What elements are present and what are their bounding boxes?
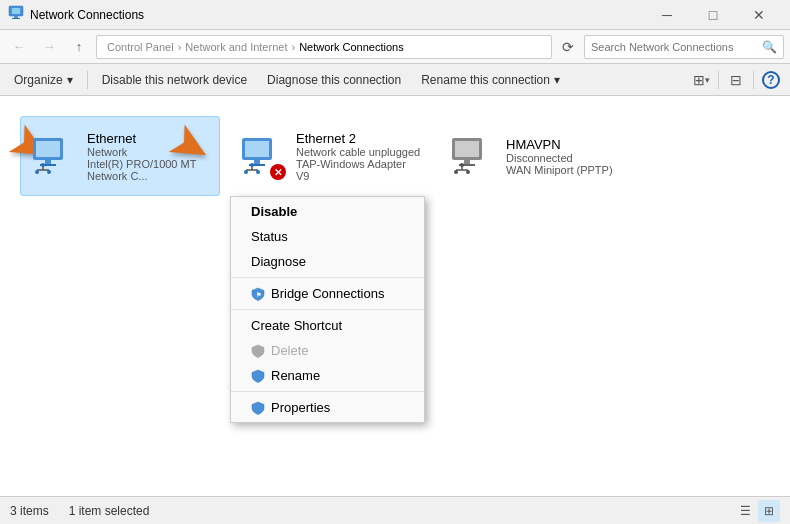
ethernet2-icon: ✕ bbox=[238, 132, 286, 180]
context-menu-item-properties[interactable]: Properties bbox=[231, 395, 424, 420]
status-grid-view-button[interactable]: ⊞ bbox=[758, 500, 780, 522]
svg-point-21 bbox=[250, 163, 254, 167]
shortcut-menu-label: Create Shortcut bbox=[251, 318, 342, 333]
item-count: 3 items bbox=[10, 504, 49, 518]
toolbar-separator-1 bbox=[87, 71, 88, 89]
svg-rect-3 bbox=[12, 18, 20, 19]
network-item-ethernet[interactable]: Ethernet Network Intel(R) PRO/1000 MT Ne… bbox=[20, 116, 220, 196]
help-button[interactable]: ? bbox=[758, 67, 784, 93]
item-selected: 1 item selected bbox=[69, 504, 150, 518]
path-current: Network Connections bbox=[299, 41, 404, 53]
maximize-button[interactable]: □ bbox=[690, 0, 736, 30]
main-content: ➤ ➤ Ethernet Network bbox=[0, 96, 790, 496]
organize-button[interactable]: Organize ▾ bbox=[6, 67, 81, 93]
svg-rect-2 bbox=[14, 16, 18, 18]
ethernet2-type: Network cable unplugged bbox=[296, 146, 422, 158]
ethernet2-info: Ethernet 2 Network cable unplugged TAP-W… bbox=[296, 131, 422, 182]
view-options-button[interactable]: ⊞ ▾ bbox=[688, 67, 714, 93]
svg-rect-6 bbox=[45, 160, 51, 164]
view-arrow-icon: ▾ bbox=[705, 75, 710, 85]
close-button[interactable]: ✕ bbox=[736, 0, 782, 30]
window-controls: ─ □ ✕ bbox=[644, 0, 782, 30]
ethernet2-name: Ethernet 2 bbox=[296, 131, 422, 146]
rename-menu-label: Rename bbox=[271, 368, 320, 383]
hmavpn-info: HMAVPN Disconnected WAN Miniport (PPTP) bbox=[506, 137, 632, 176]
context-menu-sep-2 bbox=[231, 309, 424, 310]
title-bar: Network Connections ─ □ ✕ bbox=[0, 0, 790, 30]
context-menu-item-bridge[interactable]: ⚑ Bridge Connections bbox=[231, 281, 424, 306]
context-menu-sep-1 bbox=[231, 277, 424, 278]
ethernet-info: Ethernet Network Intel(R) PRO/1000 MT Ne… bbox=[87, 131, 211, 182]
svg-point-20 bbox=[256, 170, 260, 174]
context-menu-item-rename[interactable]: Rename bbox=[231, 363, 424, 388]
network-item-ethernet2[interactable]: ✕ Ethernet 2 Network cable unplugged TAP… bbox=[230, 116, 430, 196]
svg-point-19 bbox=[244, 170, 248, 174]
back-button[interactable]: ← bbox=[6, 34, 32, 60]
svg-rect-14 bbox=[245, 141, 269, 157]
window-icon bbox=[8, 5, 24, 24]
context-menu: Disable Status Diagnose ⚑ Bridge Connect… bbox=[230, 196, 425, 423]
path-sep2: › bbox=[291, 41, 295, 53]
ethernet-icon bbox=[29, 132, 77, 180]
context-menu-item-status[interactable]: Status bbox=[231, 224, 424, 249]
view-icon: ⊞ bbox=[693, 72, 705, 88]
toolbar: Organize ▾ Disable this network device D… bbox=[0, 64, 790, 96]
hmavpn-icon bbox=[448, 132, 496, 180]
network-item-hmavpn[interactable]: HMAVPN Disconnected WAN Miniport (PPTP) bbox=[440, 116, 640, 196]
help-icon: ? bbox=[762, 71, 780, 89]
ethernet-adapter: Intel(R) PRO/1000 MT Network C... bbox=[87, 158, 211, 182]
context-menu-item-delete[interactable]: Delete bbox=[231, 338, 424, 363]
svg-point-29 bbox=[466, 170, 470, 174]
search-input[interactable] bbox=[591, 41, 758, 53]
delete-menu-label: Delete bbox=[271, 343, 309, 358]
view-toggle-icon: ⊟ bbox=[730, 72, 742, 88]
forward-button[interactable]: → bbox=[36, 34, 62, 60]
context-menu-item-diagnose[interactable]: Diagnose bbox=[231, 249, 424, 274]
rename-shield-icon bbox=[251, 369, 265, 383]
svg-point-11 bbox=[47, 170, 51, 174]
svg-point-10 bbox=[35, 170, 39, 174]
path-sep1: › bbox=[178, 41, 182, 53]
status-menu-label: Status bbox=[251, 229, 288, 244]
toolbar-right: ⊞ ▾ ⊟ ? bbox=[688, 67, 784, 93]
search-box[interactable]: 🔍 bbox=[584, 35, 784, 59]
refresh-button[interactable]: ⟳ bbox=[556, 35, 580, 59]
bridge-menu-label: Bridge Connections bbox=[271, 286, 384, 301]
ethernet-type: Network bbox=[87, 146, 211, 158]
view-toggle-button[interactable]: ⊟ bbox=[723, 67, 749, 93]
context-menu-sep-3 bbox=[231, 391, 424, 392]
file-area: ➤ ➤ Ethernet Network bbox=[0, 96, 790, 496]
svg-rect-24 bbox=[464, 160, 470, 164]
organize-label: Organize bbox=[14, 73, 63, 87]
bridge-shield-icon: ⚑ bbox=[251, 287, 265, 301]
disable-button[interactable]: Disable this network device bbox=[94, 67, 255, 93]
svg-point-30 bbox=[460, 163, 464, 167]
toolbar-separator-3 bbox=[753, 71, 754, 89]
context-menu-item-shortcut[interactable]: Create Shortcut bbox=[231, 313, 424, 338]
rename-label: Rename this connection bbox=[421, 73, 550, 87]
delete-shield-icon bbox=[251, 344, 265, 358]
rename-arrow: ▾ bbox=[554, 73, 560, 87]
disable-menu-label: Disable bbox=[251, 204, 297, 219]
rename-button[interactable]: Rename this connection ▾ bbox=[413, 67, 568, 93]
context-menu-item-disable[interactable]: Disable bbox=[231, 199, 424, 224]
svg-rect-1 bbox=[12, 8, 20, 14]
svg-point-12 bbox=[41, 163, 45, 167]
status-bar-right: ☰ ⊞ bbox=[734, 500, 780, 522]
diagnose-label: Diagnose this connection bbox=[267, 73, 401, 87]
diagnose-button[interactable]: Diagnose this connection bbox=[259, 67, 409, 93]
properties-shield-icon bbox=[251, 401, 265, 415]
window-title: Network Connections bbox=[30, 8, 644, 22]
address-path[interactable]: Control Panel › Network and Internet › N… bbox=[96, 35, 552, 59]
hmavpn-type: Disconnected bbox=[506, 152, 632, 164]
path-part1: Control Panel bbox=[107, 41, 174, 53]
up-button[interactable]: ↑ bbox=[66, 34, 92, 60]
ethernet-name: Ethernet bbox=[87, 131, 211, 146]
diagnose-menu-label: Diagnose bbox=[251, 254, 306, 269]
ethernet2-adapter: TAP-Windows Adapter V9 bbox=[296, 158, 422, 182]
svg-rect-23 bbox=[455, 141, 479, 157]
status-list-view-button[interactable]: ☰ bbox=[734, 500, 756, 522]
status-bar: 3 items 1 item selected ☰ ⊞ bbox=[0, 496, 790, 524]
minimize-button[interactable]: ─ bbox=[644, 0, 690, 30]
hmavpn-name: HMAVPN bbox=[506, 137, 632, 152]
